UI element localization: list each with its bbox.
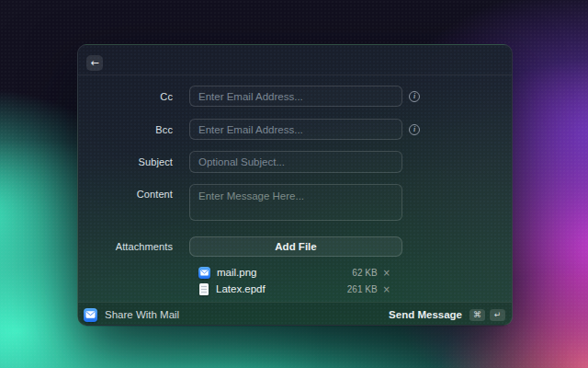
subject-label: Subject: [78, 156, 173, 167]
send-message-button[interactable]: Send Message ⌘ ↵: [389, 309, 505, 321]
bcc-field-row: Bcc i: [78, 119, 512, 140]
add-file-button[interactable]: Add File: [189, 236, 402, 257]
content-textarea[interactable]: [189, 184, 402, 221]
app-title: Share With Mail: [105, 309, 179, 320]
document-icon: [199, 283, 209, 295]
attachment-filename: mail.png: [217, 267, 256, 278]
content-field-row: Content: [78, 184, 512, 221]
content-label: Content: [78, 184, 173, 200]
share-with-mail-window: ← Cc i Bcc i Subject Content Attachments…: [77, 44, 513, 326]
cc-field-row: Cc i: [78, 86, 512, 107]
remove-attachment-icon[interactable]: ×: [383, 268, 390, 278]
info-icon[interactable]: i: [409, 91, 420, 102]
attachments-row: Attachments Add File: [78, 236, 512, 257]
attachment-filename: Latex.epdf: [216, 283, 266, 294]
subject-input[interactable]: [189, 151, 402, 173]
mail-app-icon: [84, 308, 97, 322]
info-icon[interactable]: i: [409, 124, 420, 135]
back-arrow-icon: ←: [90, 57, 98, 69]
cc-label: Cc: [78, 91, 173, 102]
attachment-filesize: 261 KB: [347, 284, 378, 294]
command-key-icon: ⌘: [469, 309, 485, 321]
bcc-label: Bcc: [78, 124, 173, 135]
mail-app-icon: [198, 267, 210, 279]
bcc-input[interactable]: [189, 119, 402, 140]
window-footer: Share With Mail Send Message ⌘ ↵: [78, 302, 512, 327]
subject-field-row: Subject: [78, 151, 512, 173]
window-header: ←: [78, 45, 512, 75]
send-message-label: Send Message: [389, 309, 462, 320]
attachment-item: mail.png 62 KB ×: [198, 265, 390, 280]
back-button[interactable]: ←: [86, 55, 103, 71]
return-key-icon: ↵: [490, 309, 505, 321]
attachments-label: Attachments: [78, 241, 173, 252]
remove-attachment-icon[interactable]: ×: [383, 284, 390, 294]
cc-input[interactable]: [189, 86, 402, 107]
attachment-filesize: 62 KB: [352, 268, 377, 278]
attachment-item: Latex.epdf 261 KB ×: [198, 282, 390, 296]
